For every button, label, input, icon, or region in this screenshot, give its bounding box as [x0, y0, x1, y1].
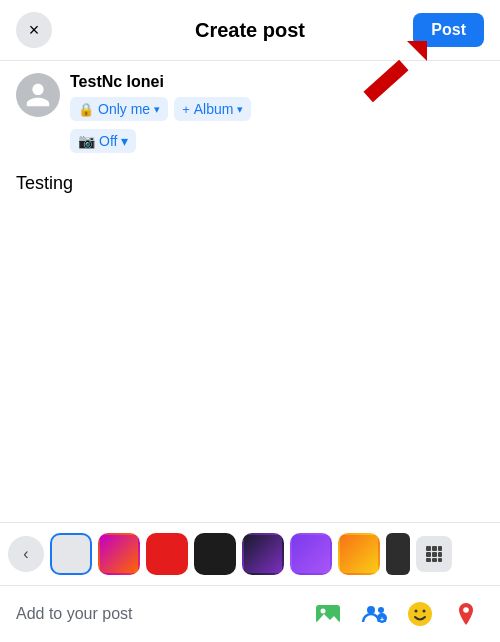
- avatar: [16, 73, 60, 117]
- location-button[interactable]: [448, 596, 484, 632]
- chevron-left-icon: ‹: [23, 545, 28, 563]
- color-swatch-dark[interactable]: [386, 533, 410, 575]
- svg-rect-7: [438, 552, 442, 557]
- svg-point-18: [408, 602, 432, 626]
- location-icon: [452, 600, 480, 628]
- instagram-icon: 📷: [78, 133, 95, 149]
- svg-point-19: [415, 610, 418, 613]
- privacy-chevron-icon: ▾: [154, 103, 160, 116]
- instagram-chevron-icon: ▾: [121, 133, 128, 149]
- svg-rect-4: [438, 546, 442, 551]
- svg-rect-6: [432, 552, 437, 557]
- album-label: Album: [194, 101, 234, 117]
- svg-rect-9: [432, 558, 437, 562]
- instagram-row: 📷 Off ▾: [70, 127, 251, 153]
- color-swatch-dark-purple[interactable]: [242, 533, 284, 575]
- album-tag-button[interactable]: + Album ▾: [174, 97, 251, 121]
- svg-rect-3: [432, 546, 437, 551]
- color-swatch-red[interactable]: [146, 533, 188, 575]
- color-swatch-orange-yellow[interactable]: [338, 533, 380, 575]
- create-post-modal: × Create post Post TestNc Ionei 🔒 Only: [0, 0, 500, 642]
- svg-rect-2: [426, 546, 431, 551]
- privacy-label: Only me: [98, 101, 150, 117]
- background-colors-section: ‹: [0, 522, 500, 585]
- add-to-post-label: Add to your post: [16, 605, 133, 623]
- tags-row: 🔒 Only me ▾ + Album ▾: [70, 97, 251, 121]
- photo-video-button[interactable]: [310, 596, 346, 632]
- user-info: TestNc Ionei 🔒 Only me ▾ + Album ▾ 📷 Off…: [70, 73, 251, 153]
- svg-point-21: [463, 607, 469, 613]
- tag-people-button[interactable]: +: [356, 596, 392, 632]
- emoji-button[interactable]: [402, 596, 438, 632]
- close-button[interactable]: ×: [16, 12, 52, 48]
- svg-rect-8: [426, 558, 431, 562]
- user-section: TestNc Ionei 🔒 Only me ▾ + Album ▾ 📷 Off…: [0, 61, 500, 165]
- username: TestNc Ionei: [70, 73, 251, 91]
- lock-icon: 🔒: [78, 102, 94, 117]
- color-swatch-purple-blue[interactable]: [290, 533, 332, 575]
- svg-rect-10: [438, 558, 442, 562]
- svg-point-20: [423, 610, 426, 613]
- instagram-label: Off: [99, 133, 117, 149]
- color-swatch-black[interactable]: [194, 533, 236, 575]
- emoji-icon: [406, 600, 434, 628]
- footer-icons: +: [310, 596, 484, 632]
- post-button[interactable]: Post: [413, 13, 484, 47]
- post-text-input[interactable]: Testing: [0, 165, 500, 522]
- color-swatch-magenta-orange[interactable]: [98, 533, 140, 575]
- privacy-tag-button[interactable]: 🔒 Only me ▾: [70, 97, 168, 121]
- modal-title: Create post: [195, 19, 305, 42]
- modal-header: × Create post Post: [0, 0, 500, 61]
- colors-back-button[interactable]: ‹: [8, 536, 44, 572]
- photo-icon: [314, 600, 342, 628]
- colors-grid-button[interactable]: [416, 536, 452, 572]
- color-swatch-none[interactable]: [50, 533, 92, 575]
- instagram-tag-button[interactable]: 📷 Off ▾: [70, 129, 136, 153]
- album-plus-icon: +: [182, 102, 190, 117]
- svg-text:+: +: [380, 616, 384, 623]
- tag-people-icon: +: [360, 600, 388, 628]
- album-chevron-icon: ▾: [237, 103, 243, 116]
- svg-rect-5: [426, 552, 431, 557]
- svg-point-12: [321, 609, 326, 614]
- grid-icon: [425, 545, 443, 563]
- svg-point-15: [378, 607, 384, 613]
- add-to-post-footer: Add to your post +: [0, 585, 500, 642]
